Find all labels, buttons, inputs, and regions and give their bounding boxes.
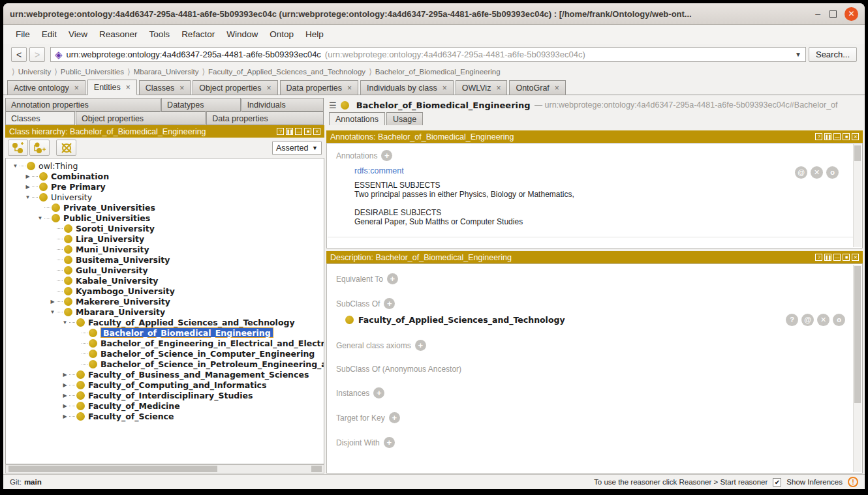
edit-icon[interactable]: o (826, 166, 839, 179)
minimize-icon[interactable]: — (295, 128, 302, 135)
scrollbar-thumb[interactable] (854, 145, 861, 161)
expand-arrow-icon[interactable]: ▶ (61, 403, 69, 409)
scrollbar-thumb[interactable] (854, 266, 861, 403)
breadcrumb-item[interactable]: Public_Universities (61, 68, 124, 76)
add-subclass-button[interactable] (8, 140, 28, 156)
tree-node[interactable]: Lira_University (6, 233, 324, 244)
tree-node[interactable]: Bachelor_of_Science_in_Computer_Engineer… (6, 348, 324, 359)
tab-usage[interactable]: Usage (386, 112, 423, 125)
close-tab-icon[interactable]: × (496, 83, 501, 93)
menu-ontop[interactable]: Ontop (264, 27, 300, 42)
scrollbar-corner[interactable] (311, 466, 322, 472)
minimize-icon[interactable]: — (833, 133, 841, 140)
expand-arrow-icon[interactable]: ▶ (23, 184, 32, 190)
help-icon[interactable]: ? (815, 254, 822, 261)
float-icon[interactable]: ❚❚ (286, 128, 293, 135)
forward-button[interactable]: > (29, 47, 45, 62)
tab-individuals-by-class[interactable]: Individuals by class× (360, 80, 454, 95)
tree-node[interactable]: ▶Faculty_of_Business_and_Management_Scie… (6, 369, 324, 380)
delete-class-button[interactable] (56, 140, 76, 156)
add-disjoint-with-icon[interactable]: + (384, 437, 395, 448)
expand-arrow-icon[interactable]: ▶ (48, 299, 57, 305)
axiom-row[interactable]: Faculty_of_Applied_Sciences_and_Technolo… (345, 314, 862, 326)
maximize-icon[interactable]: ■ (843, 254, 850, 261)
tree-node[interactable]: Muni_University (6, 244, 324, 254)
tree-node[interactable]: ▼owl:Thing (6, 160, 324, 171)
expand-arrow-icon[interactable]: ▶ (61, 393, 69, 398)
tab-object-properties[interactable]: Object properties (76, 112, 206, 125)
annotation-row[interactable]: rdfs:comment ESSENTIAL SUBJECTSTwo princ… (336, 166, 856, 226)
tree-node[interactable]: Bachelor_of_Biomedical_Engineering (6, 327, 324, 338)
description-scrollbar[interactable] (853, 265, 861, 472)
maximize-icon[interactable]: ■ (843, 133, 850, 140)
tree-node[interactable]: ▼Faculty_of_Applied_Sciences_and_Technol… (6, 317, 324, 327)
annotations-scrollbar[interactable] (853, 144, 861, 247)
close-icon[interactable]: ✕ (313, 128, 320, 135)
add-subclass-of-icon[interactable]: + (384, 298, 395, 309)
float-icon[interactable]: ❚❚ (824, 133, 831, 140)
add-target-for-key-icon[interactable]: + (389, 412, 400, 423)
expand-arrow-icon[interactable]: ▼ (48, 309, 57, 315)
minimize-window-icon[interactable]: – (815, 9, 820, 18)
minimize-icon[interactable]: — (833, 254, 841, 261)
add-annotation-icon[interactable]: + (381, 150, 392, 161)
expand-arrow-icon[interactable]: ▼ (23, 194, 32, 200)
breadcrumb-item[interactable]: Bachelor_of_Biomedical_Engineering (375, 68, 501, 76)
show-inferences-checkbox[interactable]: ✔ (773, 478, 781, 487)
tree-node[interactable]: ▶Makerere_University (6, 296, 324, 307)
explain-icon[interactable]: ? (786, 314, 798, 326)
maximize-window-icon[interactable] (829, 10, 837, 18)
menu-refactor[interactable]: Refactor (176, 27, 221, 42)
tab-entities[interactable]: Entities× (87, 80, 137, 95)
tab-classes[interactable]: Classes× (139, 80, 191, 95)
tree-node[interactable]: ▶Faculty_of_Computing_and_Informatics (6, 380, 324, 390)
menu-reasoner[interactable]: Reasoner (93, 27, 144, 42)
menu-icon[interactable]: ☰ (329, 100, 337, 110)
expand-arrow-icon[interactable]: ▼ (36, 215, 44, 221)
tree-node[interactable]: Bachelor_of_Science_in_Petroleum_Enginee… (6, 359, 324, 369)
tab-annotations[interactable]: Annotations (329, 112, 385, 125)
close-window-icon[interactable]: ✕ (845, 7, 858, 21)
menu-window[interactable]: Window (221, 27, 264, 42)
tree-node[interactable]: Gulu_University (6, 265, 324, 275)
tree-node[interactable]: Private_Universities (6, 202, 324, 213)
close-tab-icon[interactable]: × (126, 83, 131, 92)
close-tab-icon[interactable]: × (74, 83, 79, 93)
help-icon[interactable]: ? (277, 128, 284, 135)
tab-object-properties[interactable]: Object properties× (193, 80, 277, 95)
expand-arrow-icon[interactable]: ▼ (11, 163, 20, 169)
tree-node[interactable]: ▼Mbarara_University (6, 307, 324, 317)
tree-node[interactable]: ▶Pre Primary (6, 181, 324, 192)
close-tab-icon[interactable]: × (555, 83, 559, 93)
close-tab-icon[interactable]: × (442, 83, 447, 93)
tree-node[interactable]: Kabale_University (6, 275, 324, 286)
tab-owlviz[interactable]: OWLViz× (456, 80, 508, 95)
ontology-iri-combo[interactable]: ◈ urn:webprotege:ontology:4a4d6347-295a-… (50, 47, 806, 62)
add-general-class-axioms-icon[interactable]: + (415, 340, 426, 351)
tree-node[interactable]: Bachelor_of_Engineering_in_Electrical_an… (6, 338, 324, 348)
add-equivalent-to-icon[interactable]: + (387, 273, 398, 284)
annotate-icon[interactable]: @ (801, 314, 814, 326)
expand-arrow-icon[interactable]: ▼ (61, 320, 69, 325)
delete-icon[interactable]: ✕ (817, 314, 829, 326)
add-instances-icon[interactable]: + (373, 387, 384, 398)
chevron-down-icon[interactable]: ▼ (795, 51, 801, 58)
menu-file[interactable]: File (10, 27, 36, 42)
breadcrumb-item[interactable]: Mbarara_University (134, 68, 199, 76)
tab-ontograf[interactable]: OntoGraf× (509, 80, 565, 95)
close-tab-icon[interactable]: × (347, 83, 352, 93)
maximize-icon[interactable]: ■ (304, 128, 311, 135)
breadcrumb-item[interactable]: University (18, 68, 51, 76)
tree-node[interactable]: ▶Faculty_of_Medicine (6, 400, 324, 411)
tree-node[interactable]: ▶Faculty_of_Science (6, 411, 324, 421)
alert-icon[interactable]: ! (848, 477, 858, 487)
tree-node[interactable]: ▼University (6, 192, 324, 202)
add-sibling-class-button[interactable] (29, 140, 50, 156)
menu-view[interactable]: View (63, 27, 93, 42)
edit-icon[interactable]: o (833, 314, 845, 326)
float-icon[interactable]: ❚❚ (824, 254, 831, 261)
tree-node[interactable]: Busitema_University (6, 254, 324, 265)
delete-icon[interactable]: ✕ (811, 166, 823, 179)
tab-individuals[interactable]: Individuals (241, 98, 324, 112)
tab-classes[interactable]: Classes (5, 112, 75, 125)
